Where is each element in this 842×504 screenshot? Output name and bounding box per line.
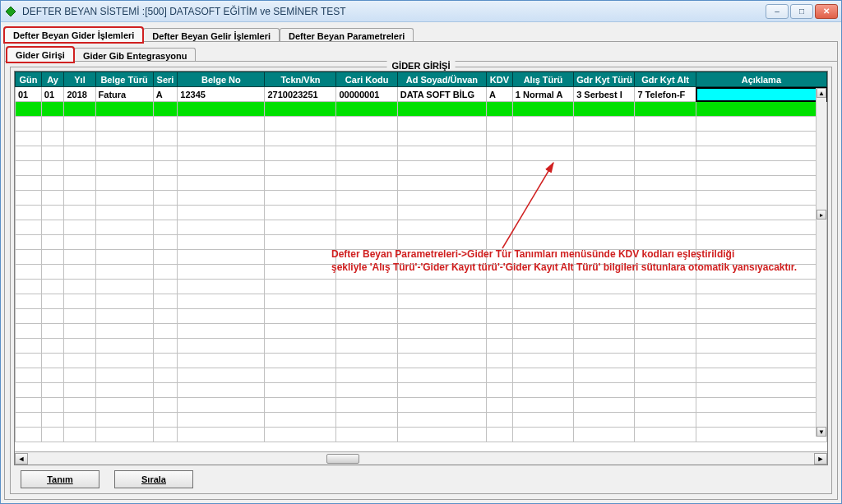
maximize-button[interactable]: □ xyxy=(790,4,813,19)
table-row[interactable] xyxy=(16,161,827,176)
titlebar: DEFTER BEYAN SİSTEMİ :[500] DATASOFT EĞİ… xyxy=(1,1,841,22)
table-row[interactable] xyxy=(16,191,827,206)
table-row[interactable] xyxy=(16,324,827,339)
app-window: DEFTER BEYAN SİSTEMİ :[500] DATASOFT EĞİ… xyxy=(0,0,842,504)
col-cari-kodu[interactable]: Cari Kodu xyxy=(336,72,397,87)
table-row[interactable] xyxy=(16,132,827,146)
table-row[interactable] xyxy=(16,368,827,383)
scroll-up-icon[interactable]: ▲ xyxy=(817,88,826,98)
table-row[interactable] xyxy=(16,146,827,161)
table-row[interactable] xyxy=(16,398,827,413)
table-row[interactable] xyxy=(16,220,827,235)
col-tckn-vkn[interactable]: Tckn/Vkn xyxy=(265,72,336,87)
table-row[interactable] xyxy=(16,339,827,354)
col-gdr-kyt-alt[interactable]: Gdr Kyt Alt xyxy=(635,72,696,87)
subtab-gider-girişi[interactable]: Gider Girişi xyxy=(7,47,74,62)
table-row[interactable] xyxy=(16,413,827,428)
tanim-button[interactable]: Tanım xyxy=(21,470,99,488)
table-row[interactable] xyxy=(16,117,827,132)
minimize-button[interactable]: – xyxy=(766,4,789,19)
scroll-track[interactable] xyxy=(28,453,814,465)
col-ay[interactable]: Ay xyxy=(41,72,64,87)
cell[interactable]: 7 Telefon-F xyxy=(635,87,696,102)
cell[interactable]: Fatura xyxy=(95,87,153,102)
cell[interactable]: 1 Normal A xyxy=(512,87,573,102)
table-row[interactable] xyxy=(16,428,827,442)
col-gdr-kyt-t-r-[interactable]: Gdr Kyt Türü xyxy=(574,72,635,87)
col-belge-no[interactable]: Belge No xyxy=(178,72,265,87)
cell[interactable] xyxy=(696,87,826,102)
tab-defter-beyan-gider-i̇şlemleri[interactable]: Defter Beyan Gider İşlemleri xyxy=(4,27,143,43)
client-area: Defter Beyan Gider İşlemleriDefter Beyan… xyxy=(1,22,841,503)
cell[interactable]: A xyxy=(487,87,513,102)
scroll-left-icon[interactable]: ◄ xyxy=(15,453,28,465)
col-kdv[interactable]: KDV xyxy=(487,72,513,87)
horizontal-scrollbar[interactable]: ◄ ► xyxy=(15,451,827,465)
cell[interactable]: 01 xyxy=(41,87,64,102)
col-belge-t-r-[interactable]: Belge Türü xyxy=(95,72,153,87)
table-row[interactable] xyxy=(16,280,827,294)
main-tabstrip: Defter Beyan Gider İşlemleriDefter Beyan… xyxy=(4,24,838,42)
cell[interactable]: A xyxy=(153,87,178,102)
col-y-l[interactable]: Yıl xyxy=(64,72,95,87)
table-row[interactable] xyxy=(16,383,827,398)
groupbox-title: GİDER GİRİŞİ xyxy=(387,61,456,71)
table-row[interactable] xyxy=(16,235,827,250)
app-icon xyxy=(4,5,17,18)
sirala-button[interactable]: Sırala xyxy=(114,470,193,488)
table-row[interactable] xyxy=(16,265,827,280)
col-a-klama[interactable]: Açıklama xyxy=(696,72,826,87)
table-row[interactable] xyxy=(16,250,827,265)
scroll-marker-icon[interactable]: ▸ xyxy=(817,210,826,220)
table-row[interactable] xyxy=(16,206,827,220)
close-button[interactable]: ✕ xyxy=(815,4,838,19)
cell[interactable]: 12345 xyxy=(178,87,265,102)
cell[interactable]: 2018 xyxy=(64,87,95,102)
cell[interactable]: 2710023251 xyxy=(265,87,336,102)
table-row[interactable] xyxy=(16,309,827,324)
gider-groupbox: GİDER GİRİŞİ GünAyYılBelge TürüSeriBelge… xyxy=(10,67,832,494)
col-g-n[interactable]: Gün xyxy=(16,72,42,87)
table-row[interactable] xyxy=(16,176,827,191)
col-ad-soyad-nvan[interactable]: Ad Soyad/Ünvan xyxy=(397,72,486,87)
cell[interactable]: 3 Serbest I xyxy=(574,87,635,102)
table-row[interactable] xyxy=(16,354,827,368)
col-al-t-r-[interactable]: Alış Türü xyxy=(512,72,573,87)
insert-row[interactable] xyxy=(16,102,827,117)
scroll-thumb[interactable] xyxy=(326,454,359,464)
col-seri[interactable]: Seri xyxy=(153,72,178,87)
table-row[interactable]: 01012018FaturaA12345271002325100000001DA… xyxy=(16,87,827,102)
cell[interactable]: 00000001 xyxy=(336,87,397,102)
sub-tabstrip: Gider GirişiGider Gib Entegrasyonu xyxy=(7,44,835,62)
table-row[interactable] xyxy=(16,294,827,309)
scroll-down-icon[interactable]: ▼ xyxy=(817,427,826,437)
vertical-scrollbar[interactable]: ▲ ▸ ▼ xyxy=(816,88,826,437)
grid[interactable]: GünAyYılBelge TürüSeriBelge NoTckn/VknCa… xyxy=(14,71,828,465)
gider-panel: GİDER GİRİŞİ GünAyYılBelge TürüSeriBelge… xyxy=(4,61,838,500)
window-title: DEFTER BEYAN SİSTEMİ :[500] DATASOFT EĞİ… xyxy=(22,6,766,17)
svg-marker-0 xyxy=(6,7,16,16)
scroll-right-icon[interactable]: ► xyxy=(814,453,827,465)
cell[interactable]: 01 xyxy=(16,87,42,102)
cell[interactable]: DATA SOFT BİLG xyxy=(397,87,486,102)
